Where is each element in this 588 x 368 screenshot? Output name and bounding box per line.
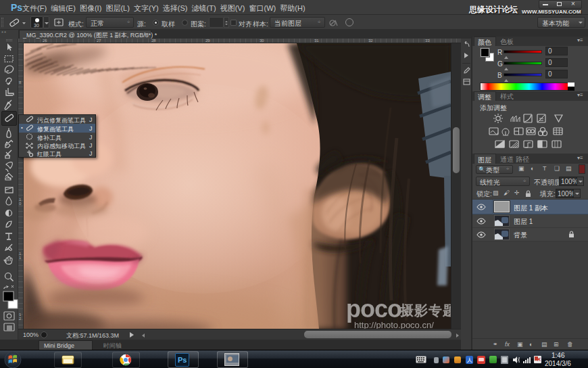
svg-text:摄影专题: 摄影专题 [399, 303, 451, 318]
svg-text:http://photo.poco.cn/: http://photo.poco.cn/ [354, 320, 434, 329]
svg-text:poco: poco [346, 295, 401, 323]
